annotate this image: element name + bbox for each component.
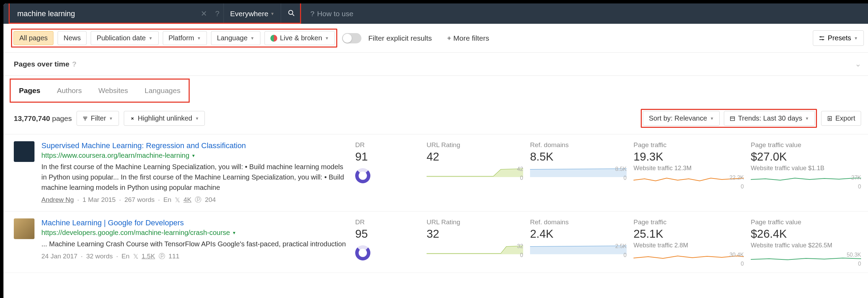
filter-live-broken[interactable]: Live & broken▼ (265, 31, 335, 45)
filter-publication-date[interactable]: Publication date▼ (91, 31, 158, 45)
result-url[interactable]: https://www.coursera.org/learn/machine-l… (41, 152, 348, 160)
results-list: Supervised Machine Learning: Regression … (3, 134, 868, 273)
metric-subtitle: Website traffic 12.3M (633, 165, 744, 172)
caret-down-icon: ▼ (710, 116, 714, 121)
caret-down-icon: ▼ (250, 36, 255, 41)
trends-dropdown[interactable]: Trends: Last 30 days▼ (724, 111, 815, 126)
caret-down-icon[interactable]: ▼ (191, 153, 196, 158)
result-title[interactable]: Supervised Machine Learning: Regression … (41, 141, 348, 150)
svg-marker-15 (427, 246, 523, 254)
svg-line-1 (292, 14, 294, 16)
page-count: 13,770,740 pages (14, 114, 72, 123)
tab-pages[interactable]: Pages (11, 80, 49, 102)
export-icon (827, 116, 832, 121)
tab-authors[interactable]: Authors (49, 80, 90, 102)
metric-dr: DR 95 (355, 218, 420, 266)
pinterest-count: 204 (205, 196, 216, 204)
sparkline (633, 176, 744, 186)
result-words: 32 words (86, 253, 113, 260)
tab-languages[interactable]: Languages (136, 80, 189, 102)
metric-page-traffic-value: Page traffic value $27.0K Website traffi… (751, 141, 861, 204)
result-info: Supervised Machine Learning: Regression … (41, 141, 348, 204)
presets-button[interactable]: Presets▼ (813, 30, 864, 46)
metric-subtitle: Website traffic value $226.5M (751, 242, 861, 249)
metric-value: 25.1K (633, 227, 744, 240)
svg-marker-14 (530, 169, 627, 177)
metric-dr: DR 91 (355, 141, 420, 204)
result-row: Machine Learning | Google for Developers… (3, 212, 868, 273)
filter-platform-label: Platform (169, 34, 194, 42)
sparkline-max: 30.4K (729, 252, 744, 258)
svg-point-4 (820, 36, 821, 38)
metric-page-traffic: Page traffic 19.3K Website traffic 12.3M… (633, 141, 744, 204)
chevron-down-icon[interactable]: ⌄ (855, 60, 861, 69)
filter-icon (82, 116, 88, 121)
metric-ref-domains: Ref. domains 8.5K 8.5K 0 (530, 141, 627, 204)
search-button[interactable] (281, 3, 302, 24)
caret-down-icon: ▼ (195, 116, 199, 121)
result-thumbnail[interactable] (14, 218, 34, 239)
result-words: 267 words (124, 196, 155, 204)
how-to-use-link[interactable]: ?How to use (302, 10, 362, 18)
filter-language-label: Language (217, 34, 248, 42)
filter-platform[interactable]: Platform▼ (163, 31, 207, 45)
dr-donut-icon (355, 245, 370, 260)
metric-subtitle: Website traffic value $1.1B (751, 165, 861, 172)
twitter-count: 4K (183, 196, 191, 204)
metric-label: DR (355, 141, 420, 149)
clear-icon[interactable]: ✕ (197, 9, 211, 18)
metric-ref-domains: Ref. domains 2.4K 2.5K 0 (530, 218, 627, 266)
sparkline (751, 253, 861, 263)
twitter-icon: 𝕏 (175, 196, 180, 204)
sparkline-max: 27K (851, 175, 861, 181)
info-icon[interactable]: ? (72, 60, 77, 68)
metric-value: 95 (355, 227, 420, 240)
result-lang: En (163, 196, 171, 204)
caret-down-icon: ▼ (854, 36, 858, 41)
caret-down-icon: ▼ (270, 11, 275, 16)
filter-language[interactable]: Language▼ (211, 31, 260, 45)
explicit-toggle[interactable] (342, 33, 361, 43)
caret-down-icon[interactable]: ▼ (232, 230, 236, 235)
sparkline (427, 167, 523, 177)
metric-label: Page traffic value (751, 218, 861, 226)
sparkline-min: 0 (858, 261, 861, 267)
search-scope-dropdown[interactable]: Everywhere ▼ (223, 3, 281, 24)
result-url[interactable]: https://developers.google.com/machine-le… (41, 229, 348, 237)
controls-bar: 13,770,740 pages Filter▼ Highlight unlin… (3, 103, 868, 134)
result-title[interactable]: Machine Learning | Google for Developers (41, 218, 348, 227)
sort-label: Sort by: Relevance (649, 114, 707, 122)
export-button[interactable]: Export (821, 111, 861, 126)
more-filters-button[interactable]: +More filters (447, 34, 489, 42)
sparkline-min: 0 (741, 261, 744, 267)
filter-news[interactable]: News (58, 31, 87, 45)
tab-websites[interactable]: Websites (90, 80, 136, 102)
top-bar: ✕ ? Everywhere ▼ ?How to use (3, 3, 868, 24)
metric-subtitle: Website traffic 2.8M (633, 242, 744, 249)
result-thumbnail[interactable] (14, 141, 34, 162)
pages-over-time-title: Pages over time? (14, 60, 77, 68)
metric-label: Ref. domains (530, 141, 627, 149)
metric-value: 32 (427, 227, 523, 240)
how-to-use-label: How to use (317, 10, 353, 18)
filter-button[interactable]: Filter▼ (77, 111, 119, 126)
sort-dropdown[interactable]: Sort by: Relevance▼ (643, 111, 720, 126)
caret-down-icon: ▼ (197, 36, 201, 41)
export-label: Export (835, 114, 855, 122)
highlight-unlinked-button[interactable]: Highlight unlinked▼ (124, 111, 205, 126)
search-input[interactable] (10, 9, 197, 18)
sparkline (530, 245, 627, 254)
result-tabs: Pages Authors Websites Languages (10, 79, 190, 103)
filter-all-pages[interactable]: All pages (13, 31, 53, 45)
filter-group-highlight: All pages News Publication date▼ Platfor… (11, 29, 337, 48)
svg-point-0 (289, 10, 293, 14)
plus-icon: + (447, 34, 451, 42)
search-help-icon[interactable]: ? (211, 9, 223, 18)
svg-point-5 (822, 39, 824, 40)
sparkline-max: 8.5K (615, 166, 627, 172)
metric-value: 8.5K (530, 150, 627, 163)
calendar-icon (730, 116, 735, 121)
result-author[interactable]: Andrew Ng (41, 196, 74, 204)
dr-donut-icon (355, 168, 370, 183)
metric-url-rating: URL Rating 32 32 0 (427, 218, 523, 266)
